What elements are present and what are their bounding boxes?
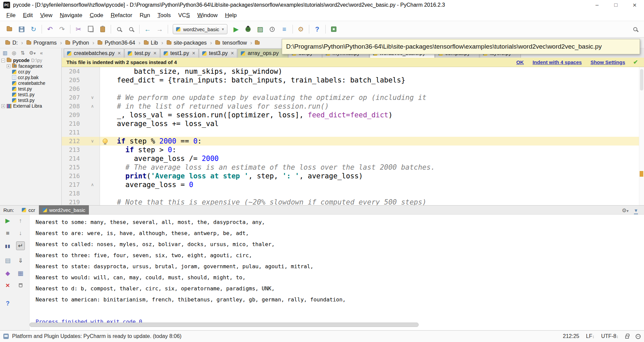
menu-tools[interactable]: Tools — [154, 12, 175, 19]
forward-button[interactable]: → — [154, 23, 166, 35]
menu-code[interactable]: Code — [86, 12, 107, 19]
menu-navigate[interactable]: Navigate — [56, 12, 86, 19]
tree-item-external-libra[interactable]: +External Libra — [0, 103, 61, 109]
tab-test1-py[interactable]: test1.py× — [160, 49, 199, 58]
settings-button[interactable]: ⚙ — [295, 23, 307, 35]
menu-window[interactable]: Window — [194, 12, 221, 19]
tree-item-test1-py[interactable]: test1.py — [0, 92, 61, 97]
code-line-208[interactable]: 208∧ # in the list of returned values fo… — [62, 102, 644, 111]
breadcrumb-item[interactable]: Programs — [26, 39, 57, 47]
tab-array_ops-py[interactable]: array_ops.py× — [237, 49, 288, 58]
debug-button[interactable] — [242, 23, 254, 35]
code-line-211[interactable]: 211 — [62, 128, 644, 137]
scrollbar-thumb[interactable] — [640, 69, 643, 91]
scroll-to-end-button[interactable]: ⇓ — [16, 256, 25, 265]
tree-item-pycode[interactable]: −pycode D:\py — [0, 58, 61, 63]
cut-button[interactable]: ✂ — [72, 23, 85, 35]
pause-output-button[interactable]: ▮▮ — [3, 241, 12, 250]
line-separator-widget[interactable]: LF↕ — [586, 333, 594, 339]
undo-button[interactable]: ↶ — [44, 23, 56, 35]
tab-test-py[interactable]: test.py× — [124, 49, 160, 58]
tree-item-faceagesex[interactable]: +faceagesex — [0, 63, 61, 69]
split-mode-icon[interactable]: ⇅ — [20, 50, 25, 56]
code-line-214[interactable]: 214 average_loss /= 2000 — [62, 154, 644, 163]
minimize-icon[interactable] — [588, 0, 606, 10]
breadcrumb-item[interactable]: D: — [5, 39, 18, 47]
synchronize-button[interactable]: ↻ — [28, 23, 40, 35]
search-everywhere-button[interactable] — [629, 23, 641, 35]
run-with-coverage-button[interactable]: ▨ — [254, 23, 266, 35]
menu-refactor[interactable]: Refactor — [107, 12, 136, 19]
hide-run-panel-icon[interactable]: ▾ — [634, 207, 638, 214]
error-stripe-mark[interactable] — [640, 171, 643, 177]
tree-item-createbatche[interactable]: createbatche — [0, 80, 61, 86]
fold-marker-icon[interactable]: ∨ — [85, 137, 100, 146]
code-line-212[interactable]: 212∨ if step % 2000 == 0: — [62, 137, 644, 146]
code-line-205[interactable]: 205 feed_dict = {train_inputs: batch_inp… — [62, 76, 644, 84]
run-configuration-select[interactable]: word2vec_basic ▾ — [173, 24, 227, 34]
notification-action-indent-with-4-spaces[interactable]: Indent with 4 spaces — [533, 59, 582, 65]
back-button[interactable]: ← — [142, 23, 154, 35]
close-tab-icon[interactable]: × — [192, 50, 195, 56]
hector-inspection-icon[interactable] — [636, 334, 641, 339]
breadcrumb-item[interactable]: site-packages — [166, 39, 208, 47]
console-output[interactable]: Nearest to some: many, these, several, a… — [30, 215, 644, 327]
fold-marker-icon[interactable]: ∧ — [85, 180, 100, 189]
save-button[interactable] — [15, 23, 28, 35]
code-line-210[interactable]: 210 average_loss += loss_val — [62, 119, 644, 128]
plus-expander-icon[interactable]: + — [7, 64, 10, 68]
menu-run[interactable]: Run — [136, 12, 154, 19]
restore-layout-button[interactable]: ▤ — [3, 256, 12, 265]
breadcrumb-item[interactable]: Lib — [143, 39, 159, 47]
menu-help[interactable]: Help — [221, 12, 240, 19]
encoding-widget[interactable]: UTF-8↕ — [601, 333, 619, 339]
print-button[interactable]: ▦ — [16, 269, 25, 278]
menu-view[interactable]: View — [37, 12, 56, 19]
code-line-213[interactable]: 213 if step > 0: — [62, 146, 644, 154]
tab-test3-py[interactable]: test3.py× — [199, 49, 237, 58]
menu-edit[interactable]: Edit — [19, 12, 36, 19]
code-line-206[interactable]: 206 — [62, 84, 644, 93]
down-stack-trace-button[interactable]: ↓ — [16, 229, 25, 237]
help-button[interactable]: ? — [3, 299, 12, 308]
copy-button[interactable] — [85, 23, 97, 35]
code-line-209[interactable]: 209 _, loss_val = session.run([optimizer… — [62, 111, 644, 119]
plugins-button[interactable] — [328, 23, 340, 35]
clear-all-button[interactable] — [16, 281, 25, 290]
editor-scrollbar[interactable] — [639, 67, 644, 205]
notification-action-show-settings[interactable]: Show Settings — [590, 59, 625, 65]
run-tab-word2vec_basic[interactable]: word2vec_basic — [39, 205, 89, 215]
paste-button[interactable] — [97, 23, 109, 35]
redo-button[interactable]: ↷ — [56, 23, 68, 35]
tab-createbatches-py[interactable]: createbatches.py× — [64, 49, 124, 58]
tree-item-ccr-py[interactable]: ccr.py — [0, 69, 61, 74]
menu-file[interactable]: File — [3, 12, 19, 19]
code-line-207[interactable]: 207∨ # We perform one update step by eva… — [62, 93, 644, 102]
code-line-216[interactable]: 216 print('Average loss at step ', step,… — [62, 172, 644, 180]
close-tab-icon[interactable]: × — [153, 50, 156, 56]
menu-vcs[interactable]: VCS — [174, 12, 194, 19]
replace-button[interactable] — [125, 23, 137, 35]
run-tab-ccr[interactable]: ccr — [18, 205, 39, 215]
locate-file-icon[interactable]: ◎ — [12, 50, 16, 56]
close-button[interactable]: × — [3, 281, 12, 290]
run-button[interactable]: ▶ — [230, 23, 242, 35]
breadcrumb-item[interactable]: tensorflow — [215, 39, 248, 47]
open-button[interactable] — [3, 23, 15, 35]
up-stack-trace-button[interactable]: ↑ — [16, 216, 25, 225]
stop-button[interactable]: ■ — [3, 229, 12, 237]
rerun-button[interactable]: ▶ — [3, 216, 12, 225]
plugin-update-icon[interactable] — [3, 334, 9, 339]
pin-tab-button[interactable]: ◆ — [3, 269, 12, 278]
find-button[interactable] — [113, 23, 125, 35]
code-line-204[interactable]: 204 batch_size, num_skips, skip_window) — [62, 67, 644, 76]
code-editor[interactable]: 204 batch_size, num_skips, skip_window)2… — [62, 67, 644, 205]
intention-bulb-icon[interactable] — [103, 138, 108, 144]
tree-item-test-py[interactable]: test.py — [0, 86, 61, 92]
lock-icon[interactable] — [625, 336, 629, 339]
project-view-icon[interactable]: ▥ — [3, 50, 7, 56]
edit-configurations-button[interactable]: ≡ — [278, 23, 290, 35]
plus-expander-icon[interactable]: + — [1, 104, 5, 108]
fold-marker-icon[interactable]: ∨ — [85, 93, 100, 102]
close-icon[interactable] — [625, 0, 644, 10]
